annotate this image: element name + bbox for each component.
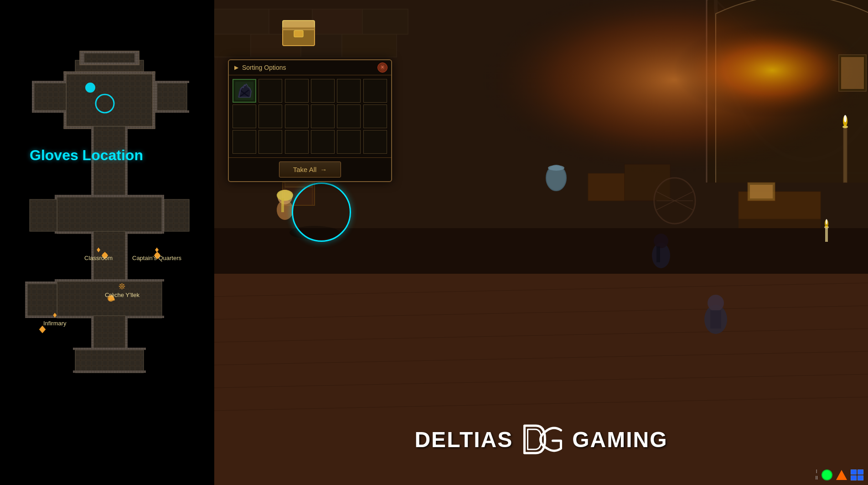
svg-rect-18 [32, 110, 66, 113]
inventory-slot-12[interactable] [232, 130, 256, 154]
inventory-slot-8[interactable] [285, 104, 309, 128]
svg-rect-47 [73, 348, 146, 350]
inventory-slot-9[interactable] [311, 104, 335, 128]
inventory-slot-13[interactable] [258, 130, 282, 154]
svg-rect-10 [66, 74, 153, 129]
inventory-slot-4[interactable] [337, 79, 361, 103]
left-panel: Gloves Location ♦ Classroom ♦ Captain's … [0, 0, 214, 485]
svg-rect-32 [164, 199, 189, 231]
svg-rect-119 [283, 27, 315, 30]
dialog-inventory-grid [229, 75, 391, 157]
svg-rect-40 [25, 282, 27, 318]
svg-rect-107 [841, 57, 864, 89]
svg-point-91 [844, 115, 847, 122]
svg-rect-21 [155, 81, 189, 83]
svg-rect-9 [84, 53, 134, 63]
svg-point-114 [548, 165, 564, 171]
svg-rect-46 [75, 350, 144, 373]
svg-point-100 [708, 295, 724, 311]
dialog-title-bar: ▶ Sorting Options × [229, 60, 391, 75]
health-indicator [822, 469, 832, 480]
inventory-slot-15[interactable] [311, 130, 335, 154]
inventory-slot-11[interactable] [363, 104, 387, 128]
svg-rect-118 [294, 31, 303, 37]
dialog-expand-arrow[interactable]: ▶ [234, 64, 238, 71]
inventory-slot-7[interactable] [258, 104, 282, 128]
creche-icon: ❊ [119, 282, 125, 291]
watermark-right-text: GAMING [572, 427, 667, 452]
svg-rect-85 [739, 219, 821, 228]
classroom-icon: ♦ [96, 245, 100, 254]
ui-bottom-right: I II [815, 469, 863, 480]
svg-rect-95 [281, 198, 284, 212]
inventory-slot-5[interactable] [363, 79, 387, 103]
svg-rect-20 [155, 81, 157, 113]
chest-icon[interactable] [280, 16, 317, 50]
svg-rect-22 [155, 110, 189, 113]
svg-rect-48 [73, 370, 146, 373]
svg-rect-88 [843, 128, 847, 183]
level-indicator[interactable] [851, 469, 863, 480]
item-gloves-icon [233, 80, 255, 102]
svg-point-105 [826, 219, 827, 224]
captains-icon: ♦ [155, 245, 159, 254]
watermark-left-text: DELTIAS [414, 427, 513, 452]
svg-rect-11 [64, 72, 155, 74]
svg-rect-87 [750, 185, 773, 198]
take-all-label: Take All [293, 166, 317, 173]
inventory-slot-6[interactable] [232, 104, 256, 128]
map-label-creche: ❊ Crèche Y'llek [105, 282, 140, 298]
svg-rect-82 [588, 173, 625, 201]
dialog-title: Sorting Options [242, 64, 286, 71]
svg-rect-98 [656, 246, 660, 262]
svg-rect-27 [55, 195, 164, 197]
svg-rect-14 [153, 72, 155, 129]
map-label-classroom: ♦ Classroom [84, 245, 113, 261]
dialog-close-button[interactable]: × [377, 63, 388, 73]
infirmary-icon: ♦ [53, 310, 57, 319]
svg-point-94 [277, 190, 293, 201]
svg-point-57 [40, 327, 45, 332]
svg-rect-30 [162, 195, 164, 234]
inventory-slot-16[interactable] [337, 130, 361, 154]
right-panel: ▶ Sorting Options × [214, 0, 868, 485]
svg-rect-26 [57, 197, 162, 234]
svg-rect-41 [25, 282, 57, 284]
take-all-button[interactable]: Take All → [279, 162, 341, 177]
svg-rect-43 [93, 316, 125, 352]
svg-rect-17 [32, 81, 66, 83]
sorting-options-dialog: ▶ Sorting Options × [228, 59, 392, 182]
inventory-slot-17[interactable] [363, 130, 387, 154]
svg-rect-31 [30, 199, 57, 231]
svg-point-97 [654, 234, 668, 248]
chest-highlight-circle [292, 183, 351, 242]
svg-rect-15 [34, 83, 66, 110]
inventory-slot-1[interactable] [258, 79, 282, 103]
warning-indicator [836, 470, 847, 480]
inventory-slot-14[interactable] [285, 130, 309, 154]
watermark-logo [522, 421, 563, 458]
svg-point-50 [86, 83, 95, 92]
svg-rect-16 [32, 81, 34, 113]
level-i-label: I [816, 469, 817, 474]
map-label-captains: ♦ Captain's Quarters [132, 245, 181, 261]
gloves-location-label: Gloves Location [30, 147, 143, 164]
map-label-infirmary: ♦ Infirmary [43, 310, 67, 327]
map-container: Gloves Location ♦ Classroom ♦ Captain's … [21, 37, 194, 448]
svg-rect-19 [155, 83, 187, 110]
take-all-arrow: → [320, 166, 327, 173]
inventory-slot-3[interactable] [311, 79, 335, 103]
inventory-slot-2[interactable] [285, 79, 309, 103]
level-ii-label: II [815, 475, 818, 480]
svg-rect-101 [710, 310, 721, 329]
inventory-slot-0[interactable] [232, 79, 256, 103]
watermark: DELTIAS GAMING [414, 421, 667, 458]
inventory-slot-10[interactable] [337, 104, 361, 128]
dialog-footer: Take All → [229, 157, 391, 181]
svg-rect-102 [825, 228, 828, 242]
